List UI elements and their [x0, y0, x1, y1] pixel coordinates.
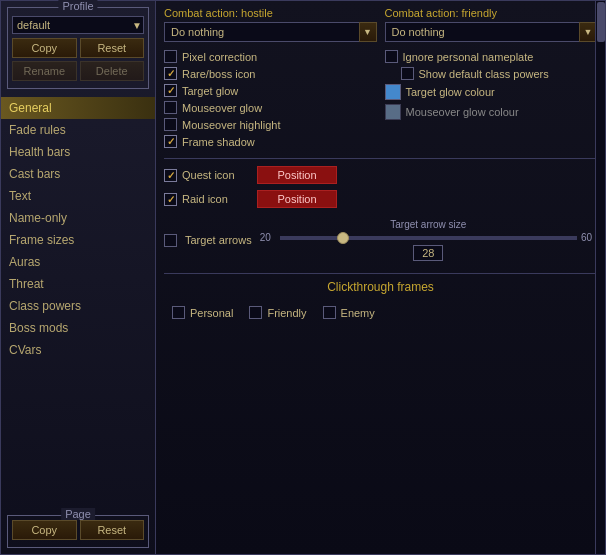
- clickthrough-title: Clickthrough frames: [164, 273, 597, 294]
- combat-hostile-label: Combat action: hostile: [164, 7, 377, 19]
- sidebar-item-general[interactable]: General: [1, 97, 155, 119]
- sidebar-item-fade-rules[interactable]: Fade rules: [1, 119, 155, 141]
- clickthrough-row: Personal Friendly Enemy: [164, 300, 597, 325]
- profile-select[interactable]: default: [12, 16, 144, 34]
- target-glow-colour-label: Target glow colour: [406, 86, 495, 98]
- option-mouseover-glow: Mouseover glow: [164, 99, 377, 116]
- rare-boss-icon-checkbox[interactable]: [164, 67, 177, 80]
- profile-btn-row2: Rename Delete: [12, 61, 144, 81]
- sidebar-item-class-powers[interactable]: Class powers: [1, 295, 155, 317]
- page-section: Page Copy Reset: [7, 515, 149, 548]
- options-area: Pixel correction Rare/boss icon Target g…: [164, 48, 597, 150]
- mouseover-glow-colour-swatch[interactable]: [385, 104, 401, 120]
- combat-hostile-dropdown-btn[interactable]: ▼: [359, 22, 377, 42]
- slider-value-display: 28: [413, 245, 443, 261]
- sidebar-item-frame-sizes[interactable]: Frame sizes: [1, 229, 155, 251]
- ignore-personal-nameplate-checkbox[interactable]: [385, 50, 398, 63]
- sidebar-item-text[interactable]: Text: [1, 185, 155, 207]
- clickthrough-personal: Personal: [172, 304, 233, 321]
- quest-icon-label: Quest icon: [182, 169, 252, 181]
- quest-icon-checkbox[interactable]: [164, 169, 177, 182]
- sidebar-item-auras[interactable]: Auras: [1, 251, 155, 273]
- combat-friendly-dropdown-wrapper: Do nothing ▼: [385, 22, 598, 42]
- raid-icon-position-button[interactable]: Position: [257, 190, 337, 208]
- target-glow-label: Target glow: [182, 85, 238, 97]
- divider1: [164, 158, 597, 159]
- enemy-label: Enemy: [341, 307, 375, 319]
- target-arrows-checkbox[interactable]: [164, 234, 177, 247]
- options-left-col: Pixel correction Rare/boss icon Target g…: [164, 48, 377, 150]
- scrollbar-track[interactable]: [595, 1, 605, 554]
- show-default-class-powers-label: Show default class powers: [419, 68, 549, 80]
- option-frame-shadow: Frame shadow: [164, 133, 377, 150]
- show-default-class-powers-checkbox[interactable]: [401, 67, 414, 80]
- reset-button[interactable]: Reset: [80, 38, 145, 58]
- option-ignore-personal-nameplate: Ignore personal nameplate: [385, 48, 598, 65]
- delete-button[interactable]: Delete: [80, 61, 145, 81]
- combat-hostile-dropdown-wrapper: Do nothing ▼: [164, 22, 377, 42]
- profile-section: Profile default ▼ Copy Reset Rename Dele…: [7, 7, 149, 89]
- pixel-correction-label: Pixel correction: [182, 51, 257, 63]
- raid-icon-row: Raid icon Position: [164, 187, 597, 211]
- mouseover-glow-checkbox[interactable]: [164, 101, 177, 114]
- target-arrow-size-label: Target arrow size: [390, 219, 466, 230]
- combat-hostile-select[interactable]: Do nothing: [164, 22, 377, 42]
- mouseover-glow-label: Mouseover glow: [182, 102, 262, 114]
- rename-button[interactable]: Rename: [12, 61, 77, 81]
- profile-select-wrapper: default ▼: [12, 12, 144, 38]
- mouseover-highlight-checkbox[interactable]: [164, 118, 177, 131]
- slider-min-label: 20: [260, 232, 276, 243]
- target-arrows-row: Target arrows Target arrow size 20 60 28: [164, 219, 597, 261]
- enemy-checkbox[interactable]: [323, 306, 336, 319]
- sidebar: Profile default ▼ Copy Reset Rename Dele…: [1, 1, 156, 554]
- frame-shadow-checkbox[interactable]: [164, 135, 177, 148]
- personal-checkbox[interactable]: [172, 306, 185, 319]
- friendly-label: Friendly: [267, 307, 306, 319]
- raid-icon-label: Raid icon: [182, 193, 252, 205]
- option-pixel-correction: Pixel correction: [164, 48, 377, 65]
- icon-rows: Quest icon Position Raid icon Position: [164, 163, 597, 211]
- page-reset-button[interactable]: Reset: [80, 520, 145, 540]
- scrollbar-thumb[interactable]: [597, 2, 605, 42]
- sidebar-item-name-only[interactable]: Name-only: [1, 207, 155, 229]
- profile-label: Profile: [58, 0, 97, 12]
- mouseover-glow-colour-label: Mouseover glow colour: [406, 106, 519, 118]
- rare-boss-icon-label: Rare/boss icon: [182, 68, 255, 80]
- option-mouseover-highlight: Mouseover highlight: [164, 116, 377, 133]
- clickthrough-friendly: Friendly: [249, 304, 306, 321]
- copy-button[interactable]: Copy: [12, 38, 77, 58]
- combat-hostile-section: Combat action: hostile Do nothing ▼: [164, 7, 377, 42]
- raid-icon-checkbox[interactable]: [164, 193, 177, 206]
- slider-track: 20 60: [260, 232, 597, 243]
- content-panel: Combat action: hostile Do nothing ▼ Comb…: [156, 1, 605, 554]
- nav-list: General Fade rules Health bars Cast bars…: [1, 93, 155, 511]
- option-mouseover-glow-colour: Mouseover glow colour: [385, 102, 598, 122]
- page-label: Page: [61, 508, 95, 520]
- combat-friendly-select[interactable]: Do nothing: [385, 22, 598, 42]
- combat-friendly-label: Combat action: friendly: [385, 7, 598, 19]
- page-copy-button[interactable]: Copy: [12, 520, 77, 540]
- main-window: Profile default ▼ Copy Reset Rename Dele…: [0, 0, 606, 555]
- sidebar-item-cast-bars[interactable]: Cast bars: [1, 163, 155, 185]
- profile-btn-row: Copy Reset: [12, 38, 144, 58]
- combat-friendly-section: Combat action: friendly Do nothing ▼: [385, 7, 598, 42]
- sidebar-item-health-bars[interactable]: Health bars: [1, 141, 155, 163]
- personal-label: Personal: [190, 307, 233, 319]
- friendly-checkbox[interactable]: [249, 306, 262, 319]
- option-target-glow-colour: Target glow colour: [385, 82, 598, 102]
- mouseover-highlight-label: Mouseover highlight: [182, 119, 280, 131]
- option-rare-boss-icon: Rare/boss icon: [164, 65, 377, 82]
- quest-icon-position-button[interactable]: Position: [257, 166, 337, 184]
- target-arrow-size-slider[interactable]: [280, 236, 577, 240]
- page-btn-row: Copy Reset: [12, 520, 144, 540]
- target-glow-checkbox[interactable]: [164, 84, 177, 97]
- option-target-glow: Target glow: [164, 82, 377, 99]
- slider-section: Target arrow size 20 60 28: [260, 219, 597, 261]
- target-glow-colour-swatch[interactable]: [385, 84, 401, 100]
- sidebar-item-boss-mods[interactable]: Boss mods: [1, 317, 155, 339]
- sidebar-item-cvars[interactable]: CVars: [1, 339, 155, 361]
- clickthrough-enemy: Enemy: [323, 304, 375, 321]
- pixel-correction-checkbox[interactable]: [164, 50, 177, 63]
- ignore-personal-nameplate-label: Ignore personal nameplate: [403, 51, 534, 63]
- sidebar-item-threat[interactable]: Threat: [1, 273, 155, 295]
